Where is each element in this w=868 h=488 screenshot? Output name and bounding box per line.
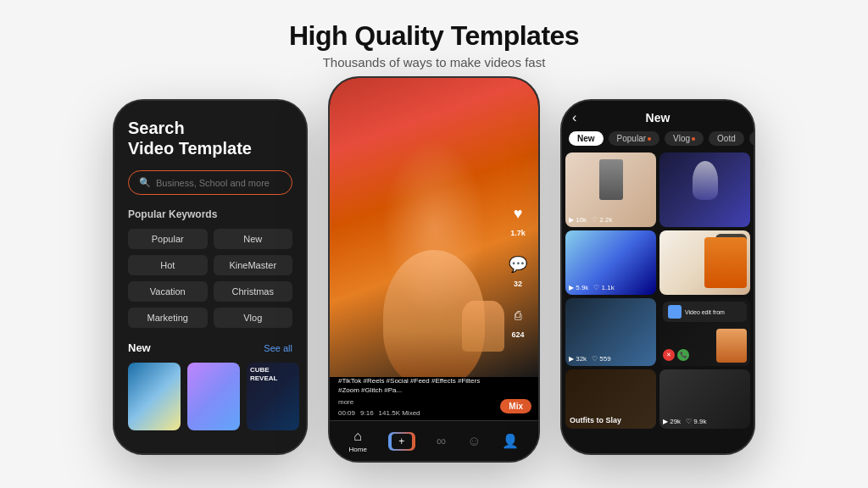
comment-count: 32 [514,280,522,288]
popular-keywords-label: Popular Keywords [128,208,292,220]
nav-home[interactable]: ⌂ Home [348,429,366,453]
keywords-grid: Popular New Hot KineMaster Vacation Chri… [128,229,292,328]
back-button[interactable]: ‹ [572,110,576,125]
card-a-views: ▶ 16k [569,216,587,224]
keyword-christmas[interactable]: Christmas [214,281,293,302]
video-time: 00:09 [338,409,355,417]
card-c-meta: ▶ 5.9k ♡ 1.1k [569,284,615,291]
card-h-views: ▶ 29k [663,418,681,425]
grid-card-f[interactable]: Video edit from ✕ 📞 [659,298,750,366]
grid-card-d[interactable]: Olivia [659,230,750,295]
keyword-popular[interactable]: Popular [128,229,208,249]
add-icon: + [388,432,415,451]
thumbnail-2[interactable] [187,363,240,430]
see-all-link[interactable]: See all [264,343,292,353]
profile-icon: 👤 [502,433,519,449]
card-e-meta: ▶ 32k ♡ 559 [569,355,611,363]
right-title: New [646,111,670,125]
share-count: 624 [511,330,524,339]
card-a-likes: ♡ 2.2k [592,216,612,224]
thumbnail-row: CUBEREVEAL [128,363,292,430]
video-views: 141.5K Mixed [379,409,420,417]
phone-right: ‹ New New Popular Vlog Ootd Lab ▶ [560,99,755,455]
grid-card-e[interactable]: ▶ 32k ♡ 559 [565,298,656,366]
outfits-label: Outfits to Slay [570,416,621,424]
comment-action[interactable]: 💬 32 [504,251,531,288]
card-e-views: ▶ 32k [569,355,587,363]
video-info: #TikTok #Reels #Social #Feed #Effects #F… [338,376,496,417]
phones-container: SearchVideo Template 🔍 Business, School … [34,83,834,471]
card-c-likes: ♡ 1.1k [593,284,614,291]
thumbnail-3[interactable]: CUBEREVEAL [247,363,299,430]
card-h-meta: ▶ 29k ♡ 9.9k [663,418,706,425]
hashtags: #TikTok #Reels #Social #Feed #Effects #F… [338,376,496,395]
mix-button[interactable]: Mix [500,399,531,413]
nav-smiley[interactable]: ☺ [467,434,481,449]
keyword-marketing[interactable]: Marketing [128,308,208,328]
grid-card-b[interactable] [659,152,750,227]
smiley-icon: ☺ [467,434,481,449]
like-action[interactable]: ♥ 1.7k [504,200,531,237]
cube-reveal-text: CUBEREVEAL [247,363,299,385]
phone-center: ♥ 1.7k 💬 32 ⎙ 624 #TikTok #Reels #Social… [328,76,540,463]
like-count: 1.7k [510,229,526,237]
home-icon: ⌂ [353,429,362,444]
card-c-views: ▶ 5.9k [569,284,588,291]
hand-shape [462,301,504,352]
keyword-kinemaster[interactable]: KineMaster [214,255,293,275]
card-a-meta: ▶ 16k ♡ 2.2k [569,216,612,224]
thumbnail-1[interactable] [128,363,181,430]
tab-ootd[interactable]: Ootd [709,131,744,146]
keyword-new[interactable]: New [214,229,293,249]
new-section-header: New See all [128,341,292,354]
grid-card-outfits[interactable]: Outfits to Slay [565,369,656,429]
grid-card-a[interactable]: ▶ 16k ♡ 2.2k [565,152,656,227]
right-actions: ♥ 1.7k 💬 32 ⎙ 624 [504,200,531,339]
notification-text: Video edit from [685,309,725,315]
tab-vlog[interactable]: Vlog [665,131,704,146]
keyword-hot[interactable]: Hot [128,255,208,275]
search-bar[interactable]: 🔍 Business, School and more [128,170,292,195]
video-meta: 00:09 9:16 141.5K Mixed [338,409,496,417]
nav-profile[interactable]: 👤 [502,433,519,449]
tab-popular[interactable]: Popular [609,131,659,146]
tab-new[interactable]: New [569,131,604,146]
page-title: High Quality Templates [289,20,579,52]
share-icon: ⎙ [504,302,531,329]
tab-lab[interactable]: Lab [749,131,754,146]
keyword-vacation[interactable]: Vacation [128,281,208,302]
search-placeholder: Business, School and more [156,178,270,188]
keyword-vlog[interactable]: Vlog [214,308,293,328]
card-e-likes: ♡ 559 [592,355,611,363]
card-h-likes: ♡ 9.9k [686,418,706,425]
bottom-nav: ⌂ Home + ∞ ☺ 👤 [330,420,538,461]
video-ratio: 9:16 [360,409,374,417]
comment-icon: 💬 [504,251,531,278]
tabs-row: New Popular Vlog Ootd Lab [562,131,754,152]
phone-left: SearchVideo Template 🔍 Business, School … [113,99,308,455]
infinity-icon: ∞ [437,434,446,449]
share-action[interactable]: ⎙ 624 [504,302,531,339]
nav-discover[interactable]: + [388,432,415,451]
face-silhouette [383,250,485,377]
right-header: ‹ New [562,101,754,131]
page-header: High Quality Templates Thousands of ways… [289,20,579,69]
search-icon: 🔍 [139,177,151,188]
home-label: Home [348,446,366,453]
grid-card-h[interactable]: ▶ 29k ♡ 9.9k [659,369,750,429]
grid-card-c[interactable]: ▶ 5.9k ♡ 1.1k [565,230,656,295]
page-subtitle: Thousands of ways to make videos fast [289,55,579,69]
heart-icon: ♥ [504,200,531,227]
more-link[interactable]: more [338,398,496,406]
search-title: SearchVideo Template [128,118,292,158]
new-label: New [128,341,151,354]
nav-infinity[interactable]: ∞ [437,434,446,449]
